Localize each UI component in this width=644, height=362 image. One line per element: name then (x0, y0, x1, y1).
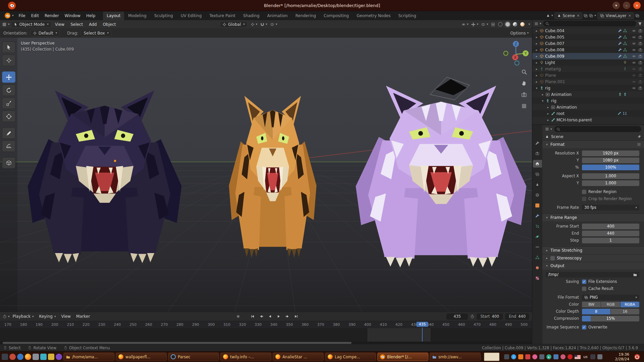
pivot-point-dropdown[interactable]: ▾ (251, 22, 258, 26)
tray-alert-icon[interactable] (568, 354, 573, 359)
material-shading-icon[interactable] (513, 22, 517, 26)
transform-tool[interactable] (2, 111, 15, 122)
pin-icon[interactable] (637, 135, 641, 139)
measure-tool[interactable] (2, 140, 15, 152)
jump-to-end-icon[interactable] (292, 313, 300, 320)
zoom-icon[interactable] (521, 69, 527, 75)
hide-viewport-toggle[interactable] (632, 86, 636, 90)
select-box-tool[interactable] (2, 42, 15, 53)
overwrite-checkbox[interactable]: ✓ (582, 325, 586, 329)
outliner-row-light[interactable]: ▸ Light (532, 59, 644, 66)
tab-animation[interactable]: Animation (264, 12, 291, 20)
playback-menu[interactable]: Playback▾ (10, 314, 36, 319)
menu-window[interactable]: Window (62, 12, 83, 19)
jump-to-start-icon[interactable] (249, 313, 256, 320)
app-menu-icon[interactable] (2, 354, 8, 360)
depth-8-option[interactable]: 8 (582, 309, 610, 314)
object-tab[interactable] (533, 201, 542, 209)
tab-layout[interactable]: Layout (103, 12, 124, 20)
taskbar-window-blender-active[interactable]: Blender* [/... (377, 353, 428, 361)
hide-viewport-toggle[interactable] (632, 80, 636, 84)
outliner-row-cube007[interactable]: ▸ Cube.007 (532, 40, 644, 47)
menu-help[interactable]: Help (84, 12, 98, 19)
hide-viewport-toggle[interactable] (632, 48, 636, 52)
timeline-ruler[interactable]: 1701801902002102202302402502602702802903… (0, 321, 532, 328)
panel-menu-icon[interactable] (637, 142, 641, 146)
resolution-y-field[interactable]: 1080 px (582, 158, 639, 163)
tray-play-icon[interactable]: ▸ (546, 354, 551, 359)
color-bw-option[interactable]: BW (582, 302, 601, 307)
outliner-row-plane001[interactable]: ▸ Plane.001 (532, 78, 644, 85)
viewport-canvas[interactable]: User Perspective (435) Collection | Cube… (0, 38, 532, 312)
menu-edit[interactable]: Edit (29, 12, 42, 19)
window-shade-button[interactable]: ▾ (612, 2, 620, 9)
resolution-percent-slider[interactable]: 100% (582, 165, 639, 170)
files-launcher-icon[interactable] (48, 354, 54, 360)
render-tab[interactable] (533, 149, 542, 157)
hide-viewport-toggle[interactable] (632, 67, 636, 71)
timeline-editor-selector[interactable]: ▾ (3, 314, 10, 318)
tab-rendering[interactable]: Rendering (292, 12, 320, 20)
annotate-tool[interactable] (2, 127, 15, 139)
play-icon[interactable] (275, 313, 282, 320)
outliner-row-plane[interactable]: ▸ Plane (532, 72, 644, 78)
material-tab[interactable] (533, 264, 542, 272)
solid-shading-icon[interactable] (505, 22, 510, 26)
taskbar-window-smb[interactable]: smb://awv... (430, 353, 481, 361)
outliner-row-animation[interactable]: ▸ Animation (532, 91, 644, 98)
transform-orientation-dropdown[interactable]: Global▾ (220, 21, 248, 28)
constraints-tab[interactable] (533, 243, 542, 251)
resolution-x-field[interactable]: 1920 px (582, 150, 639, 156)
tray-info-icon[interactable]: i (511, 354, 516, 359)
depth-16-option[interactable]: 16 (611, 309, 639, 314)
color-rgba-option[interactable]: RGBA (621, 302, 639, 307)
unlink-scene-icon[interactable]: × (577, 13, 580, 18)
cursor-tool[interactable] (2, 55, 15, 66)
keyboard-layout-indicator[interactable]: us (583, 355, 588, 359)
new-viewlayer-button[interactable] (635, 14, 639, 18)
tab-sculpting[interactable]: Sculpting (151, 12, 177, 20)
outliner-row-mch-torso[interactable]: ▸ MCH-torso.parent (532, 117, 644, 123)
stereoscopy-checkbox[interactable] (550, 256, 555, 260)
viewport-navigation-gizmo[interactable]: Z Y X (502, 39, 530, 67)
browse-scene-button[interactable]: ▾ (546, 14, 553, 18)
viewlayer-selector[interactable]: ViewLayer × (597, 12, 634, 19)
menu-render[interactable]: Render (42, 12, 62, 19)
mode-dropdown[interactable]: Object Mode▾ (11, 21, 51, 28)
output-tab[interactable] (533, 160, 542, 168)
tab-scripting[interactable]: Scripting (394, 12, 420, 20)
auto-keying-icon[interactable] (234, 313, 242, 320)
tray-display-icon[interactable] (553, 354, 558, 359)
frame-end-field[interactable]: 440 (582, 231, 639, 236)
editor-type-selector[interactable]: ▾ (2, 22, 10, 27)
outliner-row-cube004[interactable]: ▸ Cube.004 (532, 27, 644, 34)
format-panel-header[interactable]: ▾Format (542, 141, 644, 148)
editor-launcher-icon[interactable] (33, 354, 39, 360)
tab-texture-paint[interactable]: Texture Paint (206, 12, 239, 20)
object-data-tab[interactable] (533, 253, 542, 261)
properties-editor-selector[interactable]: ▾ (545, 127, 552, 131)
hide-viewport-toggle[interactable] (632, 61, 636, 65)
chat-launcher-icon[interactable] (40, 354, 47, 360)
color-rgb-option[interactable]: RGB (601, 302, 620, 307)
disable-render-toggle[interactable] (638, 73, 642, 77)
current-frame-marker[interactable]: 435 (417, 322, 428, 327)
outliner-row-cube009-active[interactable]: ▸ Cube.009 (532, 53, 644, 59)
folder-icon[interactable] (633, 273, 637, 277)
outliner-search-input[interactable] (543, 21, 636, 26)
scene-selector[interactable]: Scene × (554, 12, 583, 19)
play-reverse-icon[interactable] (266, 313, 274, 320)
browser-launcher-icon[interactable] (9, 354, 16, 360)
filter-icon[interactable] (638, 22, 642, 26)
tab-modeling[interactable]: Modeling (124, 12, 150, 20)
object-visibility-dropdown[interactable]: ▾ (462, 22, 469, 26)
remove-viewlayer-icon[interactable]: × (628, 13, 631, 18)
file-extensions-checkbox[interactable]: ✓ (582, 280, 586, 284)
drag-mode-dropdown[interactable]: Select Box▾ (81, 30, 111, 37)
physics-tab[interactable] (533, 233, 542, 240)
tray-volume-icon[interactable] (597, 354, 602, 359)
outliner-row-rig[interactable]: ▾ rig (532, 85, 644, 91)
cache-result-checkbox[interactable] (582, 287, 586, 291)
gizmos-dropdown[interactable]: ▾ (471, 22, 478, 26)
prev-keyframe-icon[interactable] (257, 313, 265, 320)
